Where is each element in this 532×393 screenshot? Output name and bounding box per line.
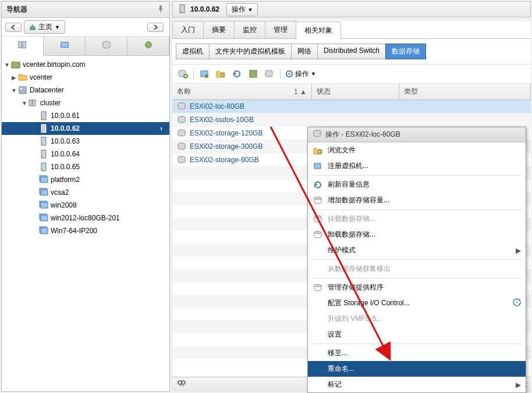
blank-icon [313, 265, 323, 274]
subtab-dvs[interactable]: Distributed Switch [317, 44, 386, 59]
tab-summary[interactable]: 摘要 [203, 21, 235, 38]
home-label: 主页 [38, 22, 52, 32]
register-vm-button[interactable] [198, 68, 210, 80]
svg-point-53 [314, 216, 321, 218]
nav-tab-hosts[interactable] [2, 37, 44, 56]
chevron-right-icon: › [160, 124, 162, 133]
datastore-icon [177, 116, 186, 124]
menu-item-label: 增加数据存储容量... [328, 195, 389, 205]
column-status[interactable]: 状态 [312, 84, 399, 99]
tree-vm[interactable]: win2012-loc80GB-201 [2, 212, 169, 224]
tree-vm[interactable]: Win7-64-IP200 [2, 224, 169, 237]
menu-item[interactable]: 维护模式▶ [308, 242, 526, 258]
forward-button[interactable] [147, 23, 164, 32]
blank-icon [313, 246, 323, 255]
menu-item[interactable]: 浏览文件 [308, 142, 526, 158]
menu-item[interactable]: 增加数据存储容量... [308, 192, 526, 208]
svg-point-55 [314, 284, 321, 287]
find-icon[interactable] [177, 379, 186, 390]
tree-label: vcsa2 [51, 188, 69, 196]
back-button[interactable] [5, 23, 22, 32]
menu-item-label: 卸载数据存储... [328, 230, 375, 240]
svg-point-14 [42, 131, 44, 133]
tree-vm[interactable]: vcsa2 [2, 186, 169, 199]
table-row[interactable]: ESXi02-ssdos-10GB [172, 113, 531, 127]
blank-icon [313, 330, 323, 340]
tree-vm[interactable]: platform2 [2, 173, 169, 186]
menu-item-label: 管理存储提供程序 [328, 283, 384, 292]
datastore-icon [177, 142, 186, 151]
column-name[interactable]: 名称 1 ▲ [172, 84, 312, 99]
svg-point-48 [182, 381, 185, 384]
subtab-networks[interactable]: 网络 [291, 44, 318, 59]
tree-host[interactable]: 10.0.0.65 [2, 160, 169, 173]
menu-item[interactable]: 标记▶ [308, 377, 526, 392]
menu-item[interactable]: 管理存储提供程序 [308, 280, 526, 295]
menu-separator [311, 175, 522, 176]
nav-tab-vms[interactable] [44, 37, 86, 55]
tree-host[interactable]: 10.0.0.63 [2, 135, 169, 148]
menu-item[interactable]: 移至... [308, 345, 526, 361]
tree-label: Win7-64-IP200 [51, 227, 97, 235]
sub-tabs: 虚拟机 文件夹中的虚拟机模板 网络 Distributed Switch 数据存… [172, 39, 531, 65]
tree-cluster[interactable]: ▼ cluster [2, 97, 169, 109]
nav-tab-storage[interactable] [86, 37, 127, 55]
column-type[interactable]: 类型 [399, 84, 531, 99]
toolbar-actions-dropdown[interactable]: 操作 ▼ [285, 69, 316, 79]
tree-vcenter-root[interactable]: ▼ vcenter.birtopin.com [2, 58, 169, 71]
tree-host[interactable]: 10.0.0.64 [2, 148, 169, 160]
tree-label: 10.0.0.64 [51, 150, 80, 158]
menu-item[interactable]: 刷新容量信息 [308, 177, 526, 192]
increase-button[interactable] [247, 68, 259, 80]
menu-item[interactable]: 重命名... [308, 361, 526, 377]
new-datastore-button[interactable] [177, 68, 189, 80]
host-icon [39, 162, 48, 172]
menu-item[interactable]: 配置 Storage I/O Control... [308, 295, 526, 311]
browse-button[interactable] [215, 68, 226, 80]
menu-separator [311, 259, 522, 260]
svg-rect-30 [41, 228, 48, 234]
svg-point-20 [42, 169, 44, 171]
svg-rect-6 [13, 60, 15, 62]
tab-getting-started[interactable]: 入门 [172, 21, 204, 38]
menu-item[interactable]: 卸载数据存储... [308, 227, 526, 242]
tab-monitor[interactable]: 监控 [234, 21, 265, 38]
navigator-toolbar: 主页 ▼ [2, 18, 169, 37]
manage-button[interactable] [264, 68, 275, 80]
pin-icon[interactable] [157, 5, 165, 15]
svg-point-18 [42, 156, 44, 158]
svg-point-36 [205, 74, 208, 78]
tree-label: 10.0.0.62 [51, 124, 80, 133]
actions-dropdown[interactable]: 操作 ▼ [226, 3, 258, 16]
table-row[interactable]: ESXi02-loc-80GB [172, 100, 531, 113]
tree-folder-vcenter[interactable]: ▶ vcenter [2, 71, 169, 84]
tree-label: vcenter.birtopin.com [23, 60, 85, 69]
vm-icon [39, 213, 48, 223]
tab-manage[interactable]: 管理 [265, 21, 296, 38]
menu-item-label: 设置 [328, 330, 342, 340]
subtab-vms[interactable]: 虚拟机 [176, 44, 210, 59]
tree-host[interactable]: 10.0.0.61 [2, 109, 169, 122]
refresh-button[interactable] [231, 68, 243, 80]
nav-tab-network[interactable] [127, 37, 169, 55]
tree-host-selected[interactable]: 10.0.0.62 › [2, 122, 169, 135]
navigator-panel: 导航器 主页 ▼ ▼ vcenter.birtopin.com [1, 1, 170, 392]
cell-name: ESXi02-loc-80GB [190, 102, 244, 110]
tree-label: win2008 [51, 201, 77, 209]
svg-point-32 [180, 10, 182, 12]
tree-datacenter[interactable]: ▼ Datacenter [2, 84, 169, 97]
cell-name: ESXi02-storage-120GB [190, 129, 263, 137]
menu-item[interactable]: 注册虚拟机... [308, 158, 526, 174]
cell-name: ESXi02-ssdos-10GB [190, 116, 254, 124]
subtab-vm-templates[interactable]: 文件夹中的虚拟机模板 [209, 44, 292, 59]
tree-vm[interactable]: win2008 [2, 199, 169, 212]
context-menu-header: 操作 - ESXi02-loc-80GB [308, 127, 526, 142]
datastore-icon [177, 156, 186, 164]
context-menu: 操作 - ESXi02-loc-80GB 浏览文件注册虚拟机...刷新容量信息增… [307, 127, 526, 393]
unmount-icon [313, 230, 323, 240]
subtab-datastores[interactable]: 数据存储 [385, 44, 426, 59]
menu-separator [311, 278, 522, 278]
menu-item[interactable]: 设置 [308, 327, 526, 342]
tab-related-objects[interactable]: 相关对象 [296, 22, 341, 39]
home-button[interactable]: 主页 ▼ [24, 20, 65, 34]
